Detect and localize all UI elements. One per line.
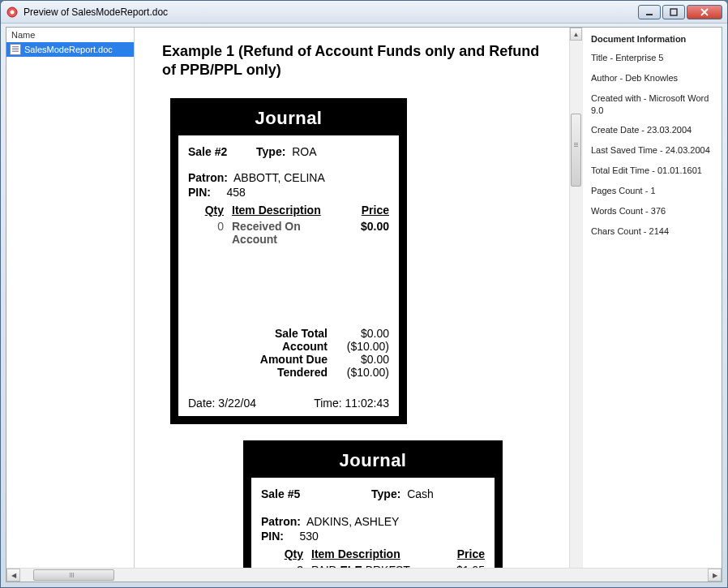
docinfo-row: Created with - Microsoft Word 9.0 — [591, 92, 713, 117]
row-qty: 0 — [196, 220, 232, 246]
docinfo-label: Words Count — [591, 206, 643, 216]
journal-receipt: Journal Sale #2 Type: ROA Patron: — [170, 98, 407, 424]
svg-rect-3 — [670, 9, 677, 15]
row-price: $1.95 — [433, 564, 485, 568]
scroll-left-button[interactable]: ◀ — [6, 569, 20, 582]
window-buttons — [638, 5, 722, 19]
docinfo-row: Last Saved Time - 24.03.2004 — [591, 144, 713, 157]
totals: Sale Total$0.00 Account($10.00) Amount D… — [188, 327, 389, 379]
total-label: Amount Due — [214, 353, 328, 366]
row-desc: PAID ELE BRKFST — [311, 564, 433, 568]
horizontal-scrollbar[interactable]: ◀ ▶ — [6, 568, 722, 582]
scroll-up-button[interactable]: ▲ — [570, 28, 582, 41]
total-value: ($10.00) — [328, 366, 389, 379]
type-label: Type: — [371, 487, 400, 500]
col-qty: Qty — [276, 547, 311, 560]
svg-rect-2 — [646, 14, 653, 15]
titlebar[interactable]: Preview of SalesModeReport.doc — [1, 1, 727, 24]
docinfo-label: Author — [591, 73, 617, 83]
total-value: $0.00 — [328, 327, 389, 340]
preview-content[interactable]: Example 1 (Refund of Account Funds only … — [135, 28, 569, 568]
scroll-thumb[interactable] — [571, 114, 581, 187]
docinfo-heading: Document Information — [591, 34, 713, 44]
docinfo-label: Last Saved Time — [591, 145, 657, 155]
docinfo-label: Total Edit Time — [591, 165, 649, 175]
scroll-right-button[interactable]: ▶ — [708, 569, 722, 582]
docinfo-label: Created with — [591, 93, 641, 103]
docinfo-value: 2144 — [649, 226, 669, 236]
type-value: ROA — [292, 145, 316, 158]
scroll-track[interactable] — [570, 41, 582, 568]
type-value: Cash — [407, 487, 434, 500]
docinfo-value: Enterprise 5 — [615, 53, 663, 62]
docinfo-row: Words Count - 376 — [591, 205, 713, 217]
row-desc: Received On Account — [232, 220, 337, 246]
columns: Name SalesModeReport.doc Example 1 (Refu… — [6, 28, 722, 568]
window-title: Preview of SalesModeReport.doc — [24, 6, 638, 18]
journal-title: Journal — [251, 449, 495, 478]
vertical-scrollbar[interactable]: ▲ — [569, 28, 582, 568]
pin-value: 458 — [226, 186, 245, 199]
window: Preview of SalesModeReport.doc Name Sale… — [0, 0, 728, 588]
pin-value: 530 — [299, 530, 318, 543]
app-icon — [6, 6, 19, 19]
docinfo-label: Pages Count — [591, 186, 643, 195]
col-price: Price — [433, 547, 485, 560]
table-header: Qty Item Description Price — [188, 204, 389, 217]
row-price: $0.00 — [337, 220, 389, 246]
svg-point-1 — [11, 10, 15, 14]
total-label: Account — [214, 340, 328, 353]
col-qty: Qty — [196, 204, 232, 217]
total-value: $0.00 — [328, 353, 389, 366]
docinfo-value: 01.01.1601 — [657, 165, 702, 175]
docinfo-value: Deb Knowles — [625, 73, 678, 83]
table-row: 3 PAID ELE BRKFST $1.95 — [261, 564, 485, 568]
time-label: Time: — [314, 397, 341, 410]
docinfo-row: Total Edit Time - 01.01.1601 — [591, 165, 713, 177]
close-button[interactable] — [687, 5, 722, 19]
docinfo-label: Chars Count — [591, 226, 641, 236]
maximize-button[interactable] — [662, 5, 685, 19]
client-area: Name SalesModeReport.doc Example 1 (Refu… — [6, 27, 722, 582]
sale-label: Sale #2 — [188, 145, 227, 158]
file-item[interactable]: SalesModeReport.doc — [6, 42, 134, 57]
docinfo-label: Create Date — [591, 125, 639, 135]
minimize-button[interactable] — [638, 5, 661, 19]
table-row: 0 Received On Account $0.00 — [188, 220, 389, 246]
docinfo-value: 23.03.2004 — [647, 125, 692, 135]
patron-label: Patron: — [261, 515, 301, 528]
col-price: Price — [337, 204, 389, 217]
total-label: Tendered — [214, 366, 328, 379]
docinfo-value: 1 — [650, 186, 655, 195]
type-label: Type: — [256, 145, 285, 158]
journal-footer: Date: 3/22/04 Time: 11:02:43 — [188, 397, 389, 410]
patron-value: ADKINS, ASHLEY — [306, 515, 399, 528]
total-label: Sale Total — [214, 327, 328, 340]
document-info-panel: Document Information Title - Enterprise … — [582, 28, 722, 568]
date-value: 3/22/04 — [218, 397, 256, 410]
row-desc-bold: ELE — [340, 564, 362, 568]
scroll-track[interactable] — [20, 569, 708, 582]
patron-label: Patron: — [188, 171, 228, 184]
docinfo-row: Pages Count - 1 — [591, 185, 713, 197]
file-list[interactable]: SalesModeReport.doc — [6, 42, 134, 568]
docinfo-row: Create Date - 23.03.2004 — [591, 124, 713, 136]
scroll-thumb[interactable] — [33, 569, 114, 581]
col-desc: Item Description — [232, 204, 337, 217]
journal-receipt: Journal Sale #5 Type: Cash Patron: — [243, 440, 503, 568]
sidebar: Name SalesModeReport.doc — [6, 28, 135, 568]
pin-label: PIN: — [188, 186, 211, 199]
journal-title: Journal — [178, 106, 399, 135]
row-qty: 3 — [276, 564, 311, 568]
journal-body: Sale #5 Type: Cash Patron: ADKINS, ASHLE… — [251, 478, 495, 568]
sale-label: Sale #5 — [261, 487, 300, 500]
preview-pane: Example 1 (Refund of Account Funds only … — [135, 28, 582, 568]
journal-body: Sale #2 Type: ROA Patron: ABBOTT, CELINA — [178, 135, 399, 416]
docinfo-row: Chars Count - 2144 — [591, 225, 713, 238]
file-item-label: SalesModeReport.doc — [24, 45, 113, 54]
col-desc: Item Description — [311, 547, 433, 560]
table-header: Qty Item Description Price — [261, 547, 485, 560]
docinfo-row: Title - Enterprise 5 — [591, 52, 713, 64]
docinfo-label: Title — [591, 53, 607, 62]
pin-label: PIN: — [261, 530, 284, 543]
